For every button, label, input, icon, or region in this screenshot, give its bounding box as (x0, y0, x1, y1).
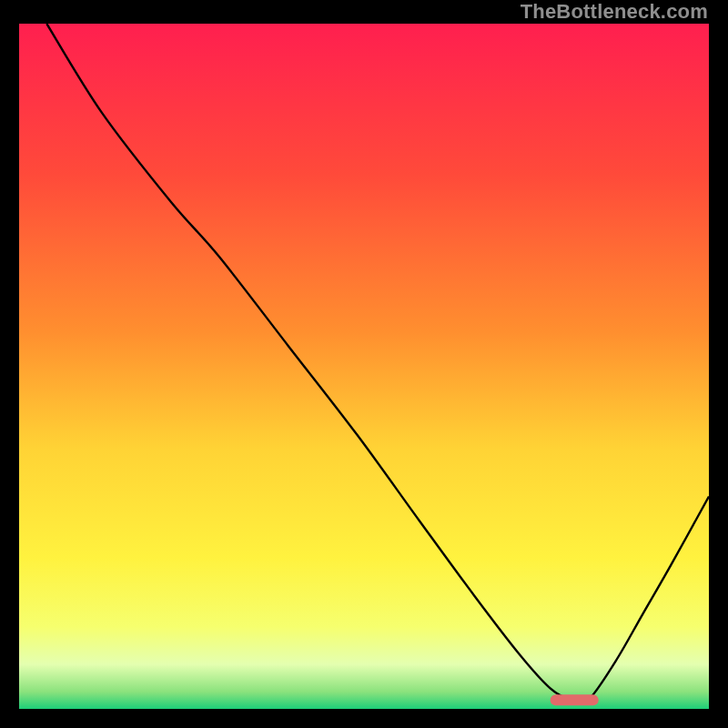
watermark-text: TheBottleneck.com (521, 0, 708, 24)
bottleneck-plot (19, 24, 709, 709)
gradient-background (19, 24, 709, 709)
optimal-marker (551, 694, 599, 705)
chart-frame: TheBottleneck.com (0, 0, 728, 728)
